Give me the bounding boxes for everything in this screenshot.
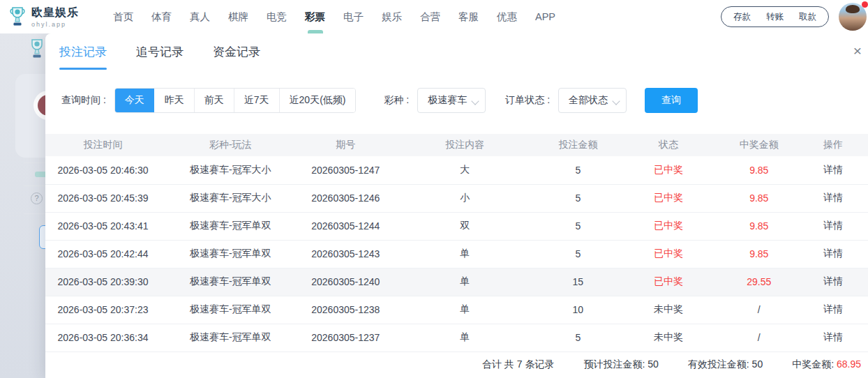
modal-tab[interactable]: 资金记录 <box>213 33 260 70</box>
top-navbar: 欧皇娱乐 ohyl.app 首页体育真人棋牌电竞彩票电子娱乐合营客服优惠APP … <box>0 0 868 33</box>
table-row: 2026-03-05 20:42:44 极速赛车-冠军单双 20260305-1… <box>45 240 868 268</box>
lottery-select[interactable]: 极速赛车 <box>417 88 486 113</box>
modal-tab[interactable]: 投注记录 <box>59 33 107 70</box>
table-header-row: 投注时间彩种-玩法期号投注内容投注金额状态中奖金额操作 <box>45 134 868 156</box>
cell-bet-content: 单 <box>391 240 539 268</box>
nav-item[interactable]: 真人 <box>181 0 219 33</box>
chevron-down-icon <box>612 97 620 105</box>
cell-bet-amount: 10 <box>539 296 617 324</box>
nav-item[interactable]: 彩票 <box>296 0 334 33</box>
summary-total: 合计 共 7 条记录 <box>482 358 554 371</box>
brand-logo[interactable]: 欧皇娱乐 ohyl.app <box>8 6 79 28</box>
cell-bet-content: 单 <box>391 268 539 296</box>
nav-item[interactable]: 体育 <box>142 0 181 33</box>
nav-item[interactable]: 优惠 <box>488 0 526 33</box>
cell-prize-amount: 9.85 <box>720 240 798 268</box>
nav-item[interactable]: 合营 <box>411 0 449 33</box>
table-header-cell: 投注金额 <box>539 134 617 156</box>
search-button[interactable]: 查询 <box>645 88 698 113</box>
cell-issue-number: 20260305-1246 <box>300 184 391 212</box>
table-header-cell: 操作 <box>798 134 868 156</box>
chevron-down-icon <box>472 97 479 105</box>
cell-bet-time: 2026-03-05 20:45:39 <box>45 184 160 212</box>
cell-prize-amount: 29.55 <box>720 268 798 296</box>
detail-link[interactable]: 详情 <box>798 268 868 296</box>
cell-game-play: 极速赛车-冠军单双 <box>160 212 300 240</box>
cell-status: 未中奖 <box>617 296 719 324</box>
bet-records-table: 投注时间彩种-玩法期号投注内容投注金额状态中奖金额操作 2026-03-05 2… <box>45 134 868 352</box>
summary-prize: 中奖金额: 68.95 <box>792 358 861 371</box>
cell-issue-number: 20260305-1247 <box>300 156 391 184</box>
status-select-value: 全部状态 <box>569 94 608 107</box>
wallet-actions: 存款转账取款 <box>721 6 829 27</box>
time-filter-label: 查询时间 : <box>61 94 106 107</box>
cell-prize-amount: / <box>720 324 798 351</box>
cell-status: 已中奖 <box>617 184 719 212</box>
cell-issue-number: 20260305-1240 <box>300 268 391 296</box>
detail-link[interactable]: 详情 <box>798 156 868 184</box>
cell-game-play: 极速赛车-冠军单双 <box>160 324 300 351</box>
nav-item[interactable]: 客服 <box>449 0 488 33</box>
cell-bet-content: 双 <box>391 212 539 240</box>
table-row: 2026-03-05 20:36:34 极速赛车-冠军单双 20260305-1… <box>45 324 868 351</box>
table-header-cell: 状态 <box>617 134 719 156</box>
detail-link[interactable]: 详情 <box>798 240 868 268</box>
wallet-button[interactable]: 存款 <box>726 11 758 23</box>
detail-link[interactable]: 详情 <box>798 184 868 212</box>
cell-bet-time: 2026-03-05 20:43:41 <box>45 212 160 240</box>
status-filter-label: 订单状态 : <box>505 94 550 107</box>
cell-game-play: 极速赛车-冠军单双 <box>160 268 300 296</box>
cell-bet-content: 小 <box>391 184 539 212</box>
cell-bet-time: 2026-03-05 20:36:34 <box>45 324 160 351</box>
nav-item[interactable]: APP <box>526 0 564 33</box>
lottery-select-value: 极速赛车 <box>428 94 467 107</box>
cell-status: 已中奖 <box>617 240 719 268</box>
cell-bet-content: 单 <box>391 296 539 324</box>
summary-bar: 合计 共 7 条记录 预计投注金额: 50 有效投注金额: 50 中奖金额: 6… <box>45 352 868 378</box>
nav-item[interactable]: 首页 <box>104 0 142 33</box>
nav-item[interactable]: 娱乐 <box>373 0 411 33</box>
detail-link[interactable]: 详情 <box>798 296 868 324</box>
table-header-cell: 投注时间 <box>45 134 160 156</box>
time-range-chip[interactable]: 前天 <box>194 89 234 112</box>
cell-game-play: 极速赛车-冠军单双 <box>160 240 300 268</box>
cell-bet-content: 单 <box>391 324 539 351</box>
time-range-chip[interactable]: 昨天 <box>154 89 194 112</box>
cell-bet-amount: 5 <box>539 240 617 268</box>
trophy-icon <box>8 6 27 28</box>
table-row: 2026-03-05 20:43:41 极速赛车-冠军单双 20260305-1… <box>45 212 868 240</box>
cell-game-play: 极速赛车-冠军单双 <box>160 296 300 324</box>
time-range-chip[interactable]: 近20天(低频) <box>279 89 356 112</box>
table-row: 2026-03-05 20:46:30 极速赛车-冠军大小 20260305-1… <box>45 156 868 184</box>
table-row: 2026-03-05 20:39:30 极速赛车-冠军单双 20260305-1… <box>45 268 868 296</box>
order-status-select[interactable]: 全部状态 <box>558 88 627 113</box>
wallet-button[interactable]: 取款 <box>791 11 824 23</box>
brand-subtitle: ohyl.app <box>31 21 79 28</box>
cell-issue-number: 20260305-1237 <box>300 324 391 351</box>
cell-bet-amount: 5 <box>539 156 617 184</box>
bet-table-body: 2026-03-05 20:46:30 极速赛车-冠军大小 20260305-1… <box>45 156 868 351</box>
cell-status: 已中奖 <box>617 156 719 184</box>
time-range-chip[interactable]: 今天 <box>115 89 154 112</box>
cell-issue-number: 20260305-1238 <box>300 296 391 324</box>
time-range-group: 今天昨天前天近7天近20天(低频) <box>114 88 357 113</box>
user-avatar[interactable] <box>839 3 867 31</box>
nav-item[interactable]: 电竞 <box>257 0 296 33</box>
nav-item[interactable]: 棋牌 <box>219 0 257 33</box>
cell-prize-amount: 9.85 <box>720 212 798 240</box>
table-header-cell: 中奖金额 <box>720 134 798 156</box>
nav-item[interactable]: 电子 <box>334 0 373 33</box>
table-row: 2026-03-05 20:45:39 极速赛车-冠军大小 20260305-1… <box>45 184 868 212</box>
cell-bet-amount: 5 <box>539 212 617 240</box>
detail-link[interactable]: 详情 <box>798 212 868 240</box>
backdrop-trophy-icon <box>28 38 46 63</box>
time-range-chip[interactable]: 近7天 <box>234 89 279 112</box>
table-header-cell: 投注内容 <box>391 134 539 156</box>
detail-link[interactable]: 详情 <box>798 324 868 351</box>
wallet-button[interactable]: 转账 <box>758 11 791 23</box>
summary-expected: 预计投注金额: 50 <box>583 358 658 371</box>
cell-bet-time: 2026-03-05 20:46:30 <box>45 156 160 184</box>
modal-tab[interactable]: 追号记录 <box>136 33 184 70</box>
table-row: 2026-03-05 20:37:23 极速赛车-冠军单双 20260305-1… <box>45 296 868 324</box>
close-icon[interactable]: × <box>848 42 867 60</box>
